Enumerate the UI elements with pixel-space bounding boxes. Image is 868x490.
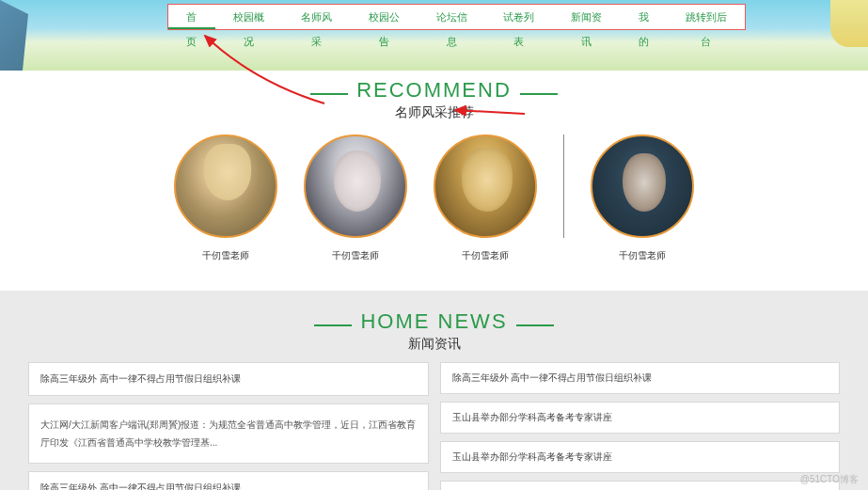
nav-exams[interactable]: 试卷列表 <box>485 5 553 29</box>
teacher-avatar[interactable] <box>591 134 694 238</box>
news-section-title: HOME NEWS 新闻资讯 <box>0 309 868 353</box>
nav-teachers[interactable]: 名师风采 <box>283 5 351 29</box>
vertical-divider <box>563 134 564 238</box>
news-grid: 除高三年级外 高中一律不得占用节假日组织补课 大江网/大江新闻客户端讯(郑周贇)… <box>0 353 868 490</box>
nav-home[interactable]: 首页 <box>168 5 215 29</box>
decorative-line <box>520 93 558 95</box>
news-title-cn: 新闻资讯 <box>0 336 868 353</box>
news-item-title[interactable]: 除高三年级外 高中一律不得占用节假日组织补课 <box>28 471 429 490</box>
teacher-name: 千仞雪老师 <box>591 249 694 262</box>
teacher-card: 千仞雪老师 <box>434 134 537 262</box>
decorative-line <box>516 324 554 326</box>
news-item-content[interactable]: 大江网/大江新闻客户端讯(郑周贇)报道：为规范全省普通高中教学管理，近日，江西省… <box>28 403 429 464</box>
teacher-name: 千仞雪老师 <box>434 249 537 262</box>
nav-admin[interactable]: 跳转到后台 <box>667 5 745 29</box>
recommend-title-cn: 名师风采推荐 <box>0 104 868 121</box>
nav-mine[interactable]: 我的 <box>620 5 667 29</box>
nav-announcements[interactable]: 校园公告 <box>350 5 418 29</box>
news-item-title[interactable]: 除高三年级外 高中一律不得占用节假日组织补课 <box>440 362 841 394</box>
news-right-column: 除高三年级外 高中一律不得占用节假日组织补课 玉山县举办部分学科高考备考专家讲座… <box>440 362 841 490</box>
teacher-list: 千仞雪老师 千仞雪老师 千仞雪老师 千仞雪老师 <box>0 134 868 262</box>
watermark-text: @51CTO博客 <box>800 473 859 486</box>
teacher-name: 千仞雪老师 <box>304 249 407 262</box>
teacher-avatar[interactable] <box>434 134 537 238</box>
news-section: HOME NEWS 新闻资讯 除高三年级外 高中一律不得占用节假日组织补课 大江… <box>0 291 868 490</box>
recommend-title-en: RECOMMEND <box>356 78 512 102</box>
page-banner: 首页 校园概况 名师风采 校园公告 论坛信息 试卷列表 新闻资讯 我的 跳转到后… <box>0 0 868 71</box>
decorative-line <box>314 324 352 326</box>
teacher-name: 千仞雪老师 <box>174 249 277 262</box>
recommend-section-title: RECOMMEND 名师风采推荐 <box>0 78 868 121</box>
teacher-card: 千仞雪老师 <box>174 134 277 262</box>
news-item-title[interactable]: 玉山县举办部分学科高考备考专家讲座 <box>440 441 841 473</box>
teacher-card: 千仞雪老师 <box>591 134 694 262</box>
nav-campus-overview[interactable]: 校园概况 <box>215 5 283 29</box>
nav-news[interactable]: 新闻资讯 <box>553 5 621 29</box>
news-item-title[interactable]: 玉山县举办部分学科高考备考专家讲座 <box>440 481 841 490</box>
teacher-avatar[interactable] <box>174 134 277 238</box>
teacher-card: 千仞雪老师 <box>304 134 407 262</box>
news-item-title[interactable]: 玉山县举办部分学科高考备考专家讲座 <box>440 402 841 434</box>
decorative-line <box>310 93 348 95</box>
teacher-avatar[interactable] <box>304 134 407 238</box>
news-left-column: 除高三年级外 高中一律不得占用节假日组织补课 大江网/大江新闻客户端讯(郑周贇)… <box>28 362 429 490</box>
nav-forum[interactable]: 论坛信息 <box>418 5 485 29</box>
news-item-title[interactable]: 除高三年级外 高中一律不得占用节假日组织补课 <box>28 362 429 396</box>
news-title-en: HOME NEWS <box>360 309 507 333</box>
main-nav: 首页 校园概况 名师风采 校园公告 论坛信息 试卷列表 新闻资讯 我的 跳转到后… <box>167 4 746 30</box>
